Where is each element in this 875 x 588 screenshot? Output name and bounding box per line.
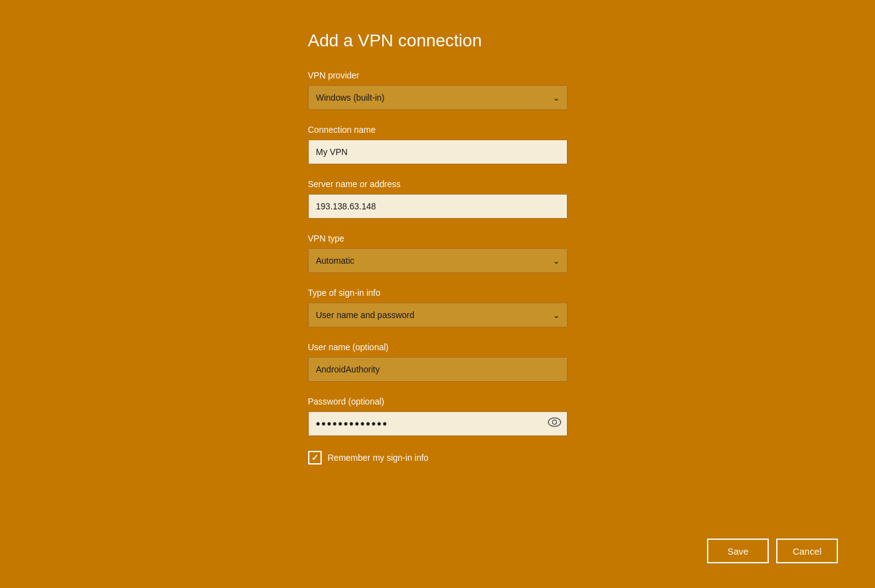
vpn-provider-label: VPN provider [308,70,567,80]
password-input[interactable] [308,411,567,436]
vpn-provider-dropdown[interactable]: Windows (built-in) [308,85,567,110]
sign-in-type-label: Type of sign-in info [308,288,567,298]
remember-label[interactable]: Remember my sign-in info [328,453,429,463]
connection-name-label: Connection name [308,125,567,135]
vpn-type-label: VPN type [308,233,567,243]
vpn-provider-group: VPN provider Windows (built-in) ⌄ [308,70,567,110]
connection-name-group: Connection name [308,125,567,164]
sign-in-type-dropdown[interactable]: User name and password [308,303,567,327]
remember-checkbox[interactable]: ✓ [308,451,322,464]
username-group: User name (optional) [308,342,567,382]
checkmark-icon: ✓ [311,453,319,463]
password-label: Password (optional) [308,397,567,406]
vpn-type-group: VPN type Automatic ⌄ [308,233,567,273]
save-button[interactable]: Save [707,539,769,563]
remember-row: ✓ Remember my sign-in info [308,451,567,464]
sign-in-type-dropdown-wrapper: User name and password ⌄ [308,303,567,327]
eye-icon[interactable] [548,418,561,430]
vpn-type-dropdown[interactable]: Automatic [308,248,567,273]
password-input-wrapper [308,411,567,436]
username-label: User name (optional) [308,342,567,352]
vpn-form: Add a VPN connection VPN provider Window… [308,19,567,477]
sign-in-type-group: Type of sign-in info User name and passw… [308,288,567,327]
server-name-group: Server name or address [308,179,567,219]
page-title: Add a VPN connection [308,31,567,51]
svg-point-0 [548,418,561,427]
connection-name-input[interactable] [308,140,567,164]
username-input[interactable] [308,357,567,382]
cancel-button[interactable]: Cancel [776,539,838,563]
svg-point-1 [552,420,556,424]
password-group: Password (optional) [308,397,567,436]
vpn-provider-dropdown-wrapper: Windows (built-in) ⌄ [308,85,567,110]
server-name-label: Server name or address [308,179,567,189]
button-row: Save Cancel [707,539,838,563]
vpn-type-dropdown-wrapper: Automatic ⌄ [308,248,567,273]
server-name-input[interactable] [308,194,567,219]
